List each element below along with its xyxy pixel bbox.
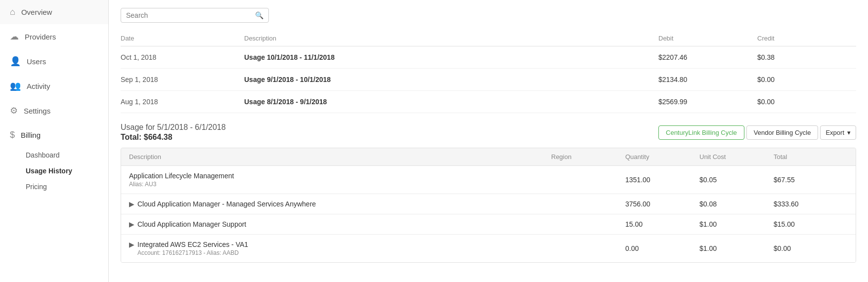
sub-row1-total: $67.55 — [774, 176, 848, 184]
sub-col-total: Total — [774, 153, 848, 161]
search-bar[interactable]: 🔍 — [121, 8, 269, 23]
export-label: Export — [825, 129, 844, 136]
sub-col-unit-cost: Unit Cost — [699, 153, 774, 161]
row1-description: Usage 10/1/2018 - 11/1/2018 — [244, 53, 658, 61]
row3-date: Aug 1, 2018 — [121, 98, 244, 106]
sidebar-sub-usage-history[interactable]: Usage History — [26, 163, 108, 179]
sidebar-sub-menu: Dashboard Usage History Pricing — [0, 147, 108, 195]
sub-row4-total: $0.00 — [774, 244, 848, 252]
row1-debit: $2207.46 — [658, 53, 757, 61]
col-description: Description — [244, 35, 658, 42]
sidebar: ⌂ Overview ☁ Providers 👤 Users 👥 Activit… — [0, 0, 109, 282]
sidebar-label-users: Users — [27, 57, 46, 66]
sub-row1-name: Application Lifecycle Management — [129, 172, 551, 180]
search-input[interactable] — [126, 11, 255, 19]
activity-icon: 👥 — [10, 81, 21, 91]
dollar-icon: $ — [10, 130, 15, 140]
main-content: 🔍 Date Description Debit Credit Oct 1, 2… — [109, 0, 868, 282]
sidebar-item-providers[interactable]: ☁ Providers — [0, 24, 108, 49]
sub-row3-name: Cloud Application Manager Support — [137, 220, 551, 228]
users-icon: 👤 — [10, 56, 21, 67]
row2-date: Sep 1, 2018 — [121, 76, 244, 83]
sub-col-description: Description — [129, 153, 551, 161]
list-item: ▶ Cloud Application Manager Support 15.0… — [121, 214, 856, 235]
col-date: Date — [121, 35, 244, 42]
list-item: Application Lifecycle Management Alias: … — [121, 166, 856, 194]
row1-credit: $0.38 — [757, 53, 856, 61]
sub-row3-desc-cell: ▶ Cloud Application Manager Support — [129, 220, 551, 228]
sub-row2-quantity: 3756.00 — [625, 200, 699, 208]
sub-row1-desc-cell: Application Lifecycle Management Alias: … — [129, 172, 551, 188]
row3-credit: $0.00 — [757, 98, 856, 106]
usage-section-header: Usage for 5/1/2018 - 6/1/2018 Total: $66… — [121, 113, 856, 148]
expand-icon[interactable]: ▶ — [129, 200, 134, 208]
export-button[interactable]: Export ▾ — [820, 125, 856, 140]
history-table-header: Date Description Debit Credit — [121, 31, 856, 46]
sidebar-sub-pricing[interactable]: Pricing — [26, 179, 108, 195]
sidebar-sub-dashboard[interactable]: Dashboard — [26, 147, 108, 163]
table-row: Oct 1, 2018 Usage 10/1/2018 - 11/1/2018 … — [121, 46, 856, 69]
sub-row4-name: Integrated AWS EC2 Services - VA1 — [137, 241, 551, 248]
usage-sub-table: Description Region Quantity Unit Cost To… — [121, 148, 856, 263]
row2-debit: $2134.80 — [658, 76, 757, 83]
row3-description: Usage 8/1/2018 - 9/1/2018 — [244, 98, 658, 106]
sidebar-label-activity: Activity — [27, 82, 50, 90]
table-row: Sep 1, 2018 Usage 9/1/2018 - 10/1/2018 $… — [121, 69, 856, 91]
sidebar-label-settings: Settings — [24, 107, 50, 115]
expand-icon[interactable]: ▶ — [129, 220, 134, 228]
sub-row4-quantity: 0.00 — [625, 244, 699, 252]
row2-description: Usage 9/1/2018 - 10/1/2018 — [244, 76, 658, 83]
usage-title-block: Usage for 5/1/2018 - 6/1/2018 Total: $66… — [121, 123, 226, 142]
sub-row2-total: $333.60 — [774, 200, 848, 208]
sub-row4-unit-cost: $1.00 — [699, 244, 774, 252]
col-debit: Debit — [658, 35, 757, 42]
sub-row1-quantity: 1351.00 — [625, 176, 699, 184]
sub-row2-desc-cell: ▶ Cloud Application Manager - Managed Se… — [129, 200, 551, 208]
sub-col-quantity: Quantity — [625, 153, 699, 161]
sub-row1-alias: Alias: AU3 — [129, 181, 551, 188]
list-item: ▶ Integrated AWS EC2 Services - VA1 Acco… — [121, 235, 856, 262]
sub-row3-unit-cost: $1.00 — [699, 220, 774, 228]
sidebar-item-settings[interactable]: ⚙ Settings — [0, 98, 108, 123]
sub-row1-unit-cost: $0.05 — [699, 176, 774, 184]
sidebar-item-activity[interactable]: 👥 Activity — [0, 74, 108, 98]
gear-icon: ⚙ — [10, 105, 18, 116]
sidebar-item-billing[interactable]: $ Billing — [0, 123, 108, 147]
list-item: ▶ Cloud Application Manager - Managed Se… — [121, 194, 856, 214]
search-icon: 🔍 — [255, 11, 263, 19]
home-icon: ⌂ — [10, 7, 15, 17]
col-credit: Credit — [757, 35, 856, 42]
sub-table-header: Description Region Quantity Unit Cost To… — [121, 148, 856, 166]
row1-date: Oct 1, 2018 — [121, 53, 244, 61]
sidebar-label-billing: Billing — [21, 131, 41, 139]
sub-row2-name: Cloud Application Manager - Managed Serv… — [137, 200, 551, 208]
sub-row4-desc-cell: ▶ Integrated AWS EC2 Services - VA1 Acco… — [129, 241, 551, 256]
sidebar-label-overview: Overview — [21, 8, 52, 16]
sub-row3-total: $15.00 — [774, 220, 848, 228]
sub-row2-unit-cost: $0.08 — [699, 200, 774, 208]
centurylink-billing-button[interactable]: CenturyLink Billing Cycle — [658, 125, 744, 140]
row3-debit: $2569.99 — [658, 98, 757, 106]
usage-actions: CenturyLink Billing Cycle Vendor Billing… — [658, 125, 856, 140]
sidebar-label-providers: Providers — [25, 33, 56, 41]
vendor-billing-button[interactable]: Vendor Billing Cycle — [746, 125, 819, 140]
sidebar-item-overview[interactable]: ⌂ Overview — [0, 0, 108, 24]
cloud-icon: ☁ — [10, 31, 19, 42]
sub-row4-alias: Account: 176162717913 - Alias: AABD — [137, 249, 551, 256]
row2-credit: $0.00 — [757, 76, 856, 83]
chevron-down-icon: ▾ — [847, 129, 851, 136]
usage-total-label: Total: $664.38 — [121, 133, 226, 142]
sub-col-region: Region — [551, 153, 625, 161]
sidebar-item-users[interactable]: 👤 Users — [0, 49, 108, 74]
expand-icon[interactable]: ▶ — [129, 241, 134, 248]
usage-period-title: Usage for 5/1/2018 - 6/1/2018 — [121, 123, 226, 132]
sub-row3-quantity: 15.00 — [625, 220, 699, 228]
table-row: Aug 1, 2018 Usage 8/1/2018 - 9/1/2018 $2… — [121, 91, 856, 113]
